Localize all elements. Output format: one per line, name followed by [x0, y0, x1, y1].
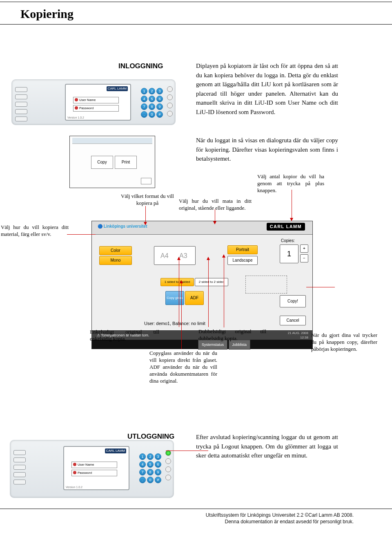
- copier-panel-illustration-2: CARL LAMM User Name Password Version 1.0…: [10, 440, 174, 498]
- anno-material: Välj hur du vill kopiera ditt material, …: [1, 224, 69, 238]
- copy-dialog-button[interactable]: Copy: [91, 156, 113, 169]
- password-field[interactable]: Password: [73, 105, 119, 112]
- copies-value: 1: [280, 244, 298, 263]
- brand-carl-lamm: CARL LAMM: [267, 223, 305, 231]
- copy-button[interactable]: Copy!: [280, 295, 306, 307]
- user-name-field-2[interactable]: User Name: [71, 462, 117, 468]
- inloggning-body: Diplayen på kopiatorn är låst och för at…: [196, 61, 338, 117]
- doc-footer-line2: Denna dokumentation är endast avsedd för…: [225, 518, 354, 525]
- a4-label[interactable]: A4: [160, 253, 169, 259]
- brand-badge-2: CARL LAMM: [105, 448, 126, 453]
- doc-footer-line1: Utskriftssystem för Linköpings Universit…: [206, 512, 354, 518]
- utloggning-body: Efter avslutad kopiering/scanning loggar…: [196, 433, 338, 460]
- keypad-2[interactable]: 123456789.0#: [139, 453, 161, 483]
- user-balance-line: User: demo1, Balance: no limit: [144, 321, 205, 326]
- print-dialog-button[interactable]: Print: [115, 156, 137, 169]
- adf-button[interactable]: ADF: [185, 291, 204, 305]
- dashed-preview-box: [245, 276, 287, 294]
- landscape-button[interactable]: Landscape: [227, 256, 258, 265]
- page-title: Kopiering: [0, 2, 392, 24]
- ui-date: 21 AUG. 2008: [288, 331, 308, 335]
- portrait-button[interactable]: Portrait: [227, 245, 258, 254]
- section-heading-inloggning: INLOGGNING: [118, 61, 163, 71]
- side-buttons[interactable]: [167, 86, 173, 117]
- anno-copyglass-adf: Copyglass använder du när du vill kopier…: [149, 350, 217, 384]
- copy-print-dialog: Copy Print: [69, 136, 155, 188]
- version-label: Version 1.0.2: [67, 116, 84, 119]
- color-button[interactable]: Color: [99, 246, 132, 255]
- anno-orientation: Välj hur du vill mata in ditt original, …: [179, 198, 252, 212]
- user-name-field[interactable]: User Name: [73, 97, 119, 103]
- version-label-2: Version 1.0.2: [66, 486, 82, 489]
- password-field-2[interactable]: Password: [71, 470, 117, 476]
- copies-plus-button[interactable]: +: [300, 244, 308, 253]
- brand-badge: CARL LAMM: [107, 86, 128, 91]
- anno-start-copy: När du gjort dina val trycker du på knap…: [311, 332, 377, 353]
- anno-copies: Välj antal kopior du vill ha genom att t…: [257, 173, 324, 194]
- one-sided-button[interactable]: 1 sided to 1 sided: [160, 278, 194, 286]
- after-login-body: När du loggat in så visas en dialogruta …: [196, 136, 338, 164]
- anno-paper-format: Välj vilket format du vill kopiera på: [121, 193, 174, 207]
- anno-double-sided: Dubbelsidigt original till dubbelsidig k…: [198, 328, 266, 342]
- two-sided-button[interactable]: 2 sided to 2 sided: [195, 278, 228, 286]
- side-buttons-2[interactable]: [165, 450, 171, 480]
- anno-single-sided: Enkelsidigt original till enkelsidig kop…: [90, 329, 159, 343]
- keypad[interactable]: 123456789.0#: [141, 88, 163, 118]
- copies-minus-button[interactable]: −: [300, 254, 308, 262]
- liu-logo-text: 🔵 Linköpings universitet: [98, 224, 147, 229]
- cancel-button[interactable]: Cancel: [280, 316, 306, 325]
- copier-panel-illustration-1: CARL LAMM User Name Password Version 1.0…: [11, 79, 176, 125]
- ui-time: 12:38: [300, 336, 308, 339]
- copies-label: Copies:: [281, 239, 295, 243]
- mono-button[interactable]: Mono: [99, 256, 132, 265]
